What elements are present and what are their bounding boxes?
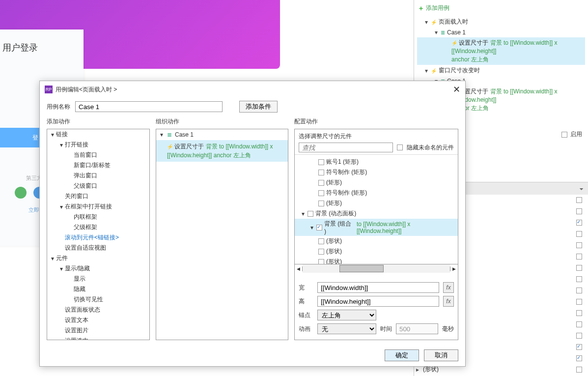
scroll-track[interactable]	[303, 264, 450, 273]
action-tree-node[interactable]: 设置面板状态	[47, 305, 149, 315]
action-prefix: 设置尺寸于	[174, 143, 205, 150]
action-tree[interactable]: ▾链接▾打开链接当前窗口新窗口/新标签弹出窗口父级窗口关闭窗口▾在框架中打开链接…	[47, 129, 150, 340]
fx-width-button[interactable]: fx	[443, 282, 454, 293]
configure-box: 选择调整尺寸的元件 隐藏未命名的元件 账号1 (矩形)符号制作 (矩形)(矩形)…	[294, 129, 458, 340]
hide-unnamed-checkbox[interactable]	[397, 145, 403, 150]
action-mid: to	[218, 143, 226, 150]
add-case-link[interactable]: + 添加用例	[414, 0, 588, 16]
twist-icon[interactable]: ▾	[159, 131, 164, 138]
rp-logo-icon: RP	[45, 86, 53, 93]
anim-label: 动画	[299, 325, 313, 333]
widget-tree-node[interactable]: (形状)	[295, 257, 458, 264]
anim-select[interactable]: 无	[317, 323, 376, 334]
action-tree-node[interactable]: ▾链接	[47, 129, 149, 140]
action-tree-node[interactable]: ▾在框架中打开链接	[47, 202, 149, 212]
sitemap-icon	[167, 131, 172, 138]
action-anchor: anchor 左上角	[212, 152, 251, 159]
configure-form: 宽 fx 高 fx 锚点 左上角 动画 无	[295, 277, 458, 340]
height-input[interactable]	[317, 296, 439, 307]
widget-search-input[interactable]	[299, 143, 393, 152]
action-tree-node[interactable]: 新窗口/新标签	[47, 160, 149, 171]
case-editor-dialog: RP 用例编辑<页面载入时 > ✕ 用例名称 添加条件 添加动作 ▾链接▾打开链…	[39, 81, 466, 367]
organize-action-column: 组织动作 ▾ Case 1 设置尺寸于 背景 to [[Window.width…	[156, 117, 288, 340]
anchor-select[interactable]: 左上角	[317, 310, 376, 320]
enable-row[interactable]: 启用	[561, 130, 582, 139]
widget-tree-node[interactable]: (形状)	[295, 236, 458, 246]
dialog-titlebar: RP 用例编辑<页面载入时 > ✕	[40, 81, 465, 98]
action-tree-node[interactable]: 弹出窗口	[47, 171, 149, 181]
action-tree-node[interactable]: 当前窗口	[47, 150, 149, 160]
action-tree-node[interactable]: ▾设置选中	[47, 336, 149, 340]
event-node[interactable]: ▾ 窗口尺寸改变时	[417, 65, 585, 76]
action-tree-node[interactable]: 设置文本	[47, 315, 149, 325]
scroll-left-icon[interactable]: ◀	[295, 266, 303, 271]
action-tree-node[interactable]: 内联框架	[47, 212, 149, 222]
ok-button[interactable]: 确定	[385, 349, 419, 361]
widget-tree-node[interactable]: ▾背景 (组合 ) to [[Window.width]] x [[Window…	[295, 219, 458, 236]
login-title: 用户登录	[0, 29, 84, 54]
configure-action-column: 配置动作 选择调整尺寸的元件 隐藏未命名的元件 账号1 (矩形)符号制作 (矩形…	[294, 117, 458, 340]
wechat-icon[interactable]	[15, 187, 27, 199]
enable-label: 启用	[570, 130, 582, 139]
anchor-label: 锚点	[299, 311, 313, 319]
action-tree-node[interactable]: ▾打开链接	[47, 140, 149, 150]
organize-tree[interactable]: ▾ Case 1 设置尺寸于 背景 to [[Window.width]] x …	[156, 129, 288, 340]
bolt-icon	[167, 143, 173, 150]
case-node[interactable]: ▾ Case 1	[417, 28, 585, 37]
action-tree-node[interactable]: 隐藏	[47, 284, 149, 294]
time-unit: 毫秒	[442, 325, 454, 333]
add-case-label: 添加用例	[426, 4, 449, 12]
time-label: 时间	[380, 325, 392, 333]
case-name-input[interactable]	[75, 101, 223, 112]
widget-tree-node[interactable]: 账号1 (矩形)	[295, 157, 458, 167]
add-condition-button[interactable]: 添加条件	[239, 101, 278, 113]
widget-tree-node[interactable]: (矩形)	[295, 198, 458, 208]
height-label: 高	[299, 297, 313, 306]
add-action-label: 添加动作	[47, 117, 150, 129]
case-action-row[interactable]: 设置尺寸于 背景 to [[Window.width]] x [[Window.…	[156, 140, 288, 162]
hide-unnamed-label: 隐藏未命名的元件	[407, 144, 454, 152]
case-node[interactable]: ▾ Case 1	[156, 129, 288, 140]
filter-icon[interactable]	[579, 185, 584, 192]
widget-tree-node[interactable]: ▾背景 (动态面板)	[295, 208, 458, 219]
action-row[interactable]: 设置尺寸于 背景 to [[Window.width]] x [[Window.…	[417, 37, 585, 65]
widget-tree-node[interactable]: 符号制作 (矩形)	[295, 188, 458, 198]
widget-tree-node[interactable]: (形状)	[295, 246, 458, 257]
width-label: 宽	[299, 284, 313, 292]
action-tree-node[interactable]: 设置图片	[47, 325, 149, 336]
organize-action-label: 组织动作	[156, 117, 288, 129]
width-input[interactable]	[317, 282, 439, 293]
configure-action-label: 配置动作	[294, 117, 458, 129]
enable-checkbox[interactable]	[561, 132, 567, 138]
cancel-button[interactable]: 取消	[424, 349, 458, 361]
widget-tree-node[interactable]: (矩形)	[295, 177, 458, 188]
action-target: 背景	[206, 143, 218, 150]
action-tree-node[interactable]: 关闭窗口	[47, 191, 149, 202]
scroll-thumb[interactable]	[339, 265, 384, 272]
action-tree-node[interactable]: 父级框架	[47, 222, 149, 232]
fx-height-button[interactable]: fx	[443, 296, 454, 307]
time-input[interactable]	[396, 323, 438, 334]
action-tree-node[interactable]: 显示	[47, 274, 149, 284]
plus-icon: +	[419, 4, 423, 12]
action-tree-node[interactable]: 切换可见性	[47, 294, 149, 305]
add-action-column: 添加动作 ▾链接▾打开链接当前窗口新窗口/新标签弹出窗口父级窗口关闭窗口▾在框架…	[47, 117, 150, 340]
h-scrollbar[interactable]: ◀ ▶	[295, 264, 458, 273]
close-icon[interactable]: ✕	[453, 84, 460, 95]
action-tree-node[interactable]: ▾显示/隐藏	[47, 263, 149, 274]
widget-tree-node[interactable]: 符号制作 (矩形)	[295, 167, 458, 177]
action-tree-node[interactable]: 父级窗口	[47, 181, 149, 191]
scroll-right-icon[interactable]: ▶	[450, 266, 458, 271]
action-tree-node[interactable]: 设置自适应视图	[47, 243, 149, 253]
widget-tree[interactable]: 账号1 (矩形)符号制作 (矩形)(矩形)符号制作 (矩形)(矩形)▾背景 (动…	[295, 154, 458, 264]
dialog-title: 用例编辑<页面载入时 >	[56, 86, 117, 94]
case-name-label: 用例名称	[47, 103, 70, 111]
case-node-label: Case 1	[175, 131, 194, 138]
configure-subtitle: 选择调整尺寸的元件	[299, 133, 352, 140]
action-tree-node[interactable]: ▾元件	[47, 253, 149, 263]
action-tree-node[interactable]: 滚动到元件<锚链接>	[47, 232, 149, 243]
event-node[interactable]: ▾ 页面载入时	[417, 16, 585, 28]
